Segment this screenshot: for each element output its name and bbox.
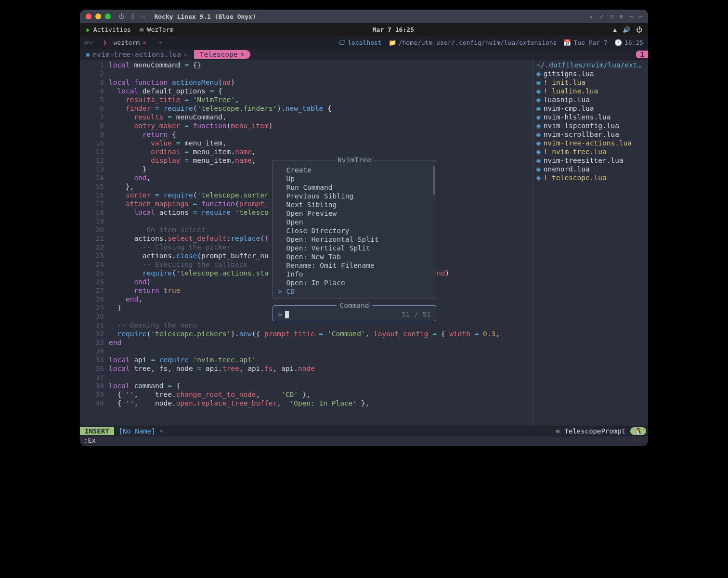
popup-item[interactable]: Create [278,166,431,174]
linux-icon: 🐧 [630,427,646,435]
globe-icon[interactable]: ⊕ [620,13,624,20]
sidebar-file[interactable]: ◉ ! telescope.lua [536,173,645,182]
folder-icon[interactable]: ▭ [629,13,633,20]
telescope-results-popup: NvimTree Create Up Run Command Previous … [273,160,436,299]
sidebar-file[interactable]: ◉ nvim-treesitter.lua [536,156,645,165]
sidebar-file[interactable]: ◉ nvim-cmp.lua [536,104,645,113]
close-icon[interactable] [86,13,91,19]
buffer-name: [No Name] ✎ [114,427,169,435]
terminal-tab[interactable]: ❯_ wezterm × [98,37,151,48]
buffer-count: 1 [636,51,648,58]
popup-item[interactable]: Open: New Tab [278,252,431,261]
pause-icon[interactable]: ‖ [131,13,134,20]
app-window: ⏻ ‖ ◁ Rocky Linux 9.1 (Blue Onyx) ✳ ⤢ ▯ … [80,10,648,446]
popup-item[interactable]: Open: Horizontal Split [278,235,431,244]
popup-title: NvimTree [335,156,374,164]
new-tab-button[interactable]: + [156,39,166,46]
sidebar-file[interactable]: ◉ luasnip.lua [536,95,645,104]
host-indicator: 🖵 localhost [339,39,381,46]
popup-item[interactable]: Up [278,174,431,183]
spinner-icon: ✳ [589,13,593,20]
disk-icon[interactable]: ▯ [610,13,614,20]
close-tab-icon[interactable]: × [143,39,146,46]
windows-icon[interactable]: ▭ [638,13,642,20]
prompt-title: Command [337,302,372,309]
gnome-topbar: ◆ Activities ▣ WezTerm Mar 7 16:25 ▲ 🔊 ⏻ [80,23,648,36]
popup-item[interactable]: Open Preview [278,209,431,218]
network-icon[interactable]: ▲ [613,26,617,33]
buffer-tab-1[interactable]: ◉ nvim-tree-actions.lua ▶ [80,50,194,59]
statusline: INSERT [No Name] ✎ ≡ TelescopePrompt 🐧 [80,426,648,436]
expand-icon[interactable]: ⤢ [599,13,604,20]
sidebar-file[interactable]: ◉ ! nvim-tree.lua [536,147,645,156]
prompt-marker: > [278,311,282,318]
minimize-icon[interactable] [95,13,101,19]
telescope-prompt[interactable]: Command > 51 / 51 [273,305,436,321]
bufferline: ◉ nvim-tree-actions.lua ▶ Telescope ✎ 1 [80,49,648,60]
pencil-icon: ✎ [240,51,245,58]
line-numbers: 1234567891011121314151617181920212223242… [80,60,109,426]
align-icon: ≡ [556,427,559,435]
wezterm-tabbar: abc ❯_ wezterm × + 🖵 localhost 📁 /home/u… [80,36,648,49]
modified-icon: ✎ [159,427,163,435]
editor-area: 1234567891011121314151617181920212223242… [80,60,648,426]
app-indicator[interactable]: ▣ WezTerm [140,26,173,33]
sidebar-path: ~/.dotfiles/nvim/lua/ext… [536,61,645,69]
macos-titlebar: ⏻ ‖ ◁ Rocky Linux 9.1 (Blue Onyx) ✳ ⤢ ▯ … [80,10,648,23]
result-count: 51 / 51 [402,311,431,318]
nvim-tree-sidebar[interactable]: ~/.dotfiles/nvim/lua/ext… ◉ gitsigns.lua… [533,60,648,426]
sidebar-file[interactable]: ◉ ! lualine.lua [536,87,645,95]
input-indicator: abc [84,39,93,46]
volume-icon[interactable]: 🔊 [623,26,630,33]
popup-item[interactable]: Previous Sibling [278,192,431,200]
sidebar-file[interactable]: ◉ nvim-scrollbar.lua [536,130,645,139]
clock[interactable]: Mar 7 16:25 [173,26,613,33]
sidebar-file[interactable]: ◉ gitsigns.lua [536,69,645,78]
command-line[interactable]: :Ex [80,436,648,446]
activities-button[interactable]: ◆ Activities [86,26,131,33]
popup-item[interactable]: Next Sibling [278,200,431,209]
time-indicator: 🕐 16:25 [614,39,643,46]
date-indicator: 📅 Tue Mar 7 [563,39,607,46]
play-icon[interactable]: ◁ [141,13,144,20]
power-icon[interactable]: ⏻ [118,13,124,20]
filetype: TelescopePrompt [565,427,625,435]
sidebar-file[interactable]: ◉ onenord.lua [536,165,645,173]
popup-item[interactable]: Rename: Omit Filename [278,261,431,270]
sidebar-file[interactable]: ◉ nvim-lspconfig.lua [536,121,645,130]
power-menu-icon[interactable]: ⏻ [636,26,642,33]
sidebar-file[interactable]: ◉ nvim-tree-actions.lua [536,139,645,147]
sidebar-file[interactable]: ◉ ! init.lua [536,78,645,87]
zoom-icon[interactable] [105,13,111,19]
popup-item[interactable]: Open: In Place [278,278,431,287]
popup-item[interactable]: Open: Vertical Split [278,244,431,252]
sidebar-file[interactable]: ◉ nvim-hlslens.lua [536,113,645,121]
window-title: Rocky Linux 9.1 (Blue Onyx) [148,13,585,20]
popup-item-selected[interactable]: > CD [278,287,431,296]
popup-item[interactable]: Close Directory [278,226,431,235]
mode-indicator: INSERT [80,427,114,435]
popup-item[interactable]: Open [278,218,431,226]
popup-item[interactable]: Run Command [278,183,431,192]
scrollbar[interactable] [433,166,435,195]
lua-icon: ◉ [86,51,90,58]
traffic-lights [86,13,111,19]
cwd-indicator: 📁 /home/utm-user/.config/nvim/lua/extens… [389,39,557,46]
text-cursor [285,311,289,318]
buffer-tab-2[interactable]: Telescope ✎ [194,50,250,59]
popup-item[interactable]: Info [278,270,431,278]
